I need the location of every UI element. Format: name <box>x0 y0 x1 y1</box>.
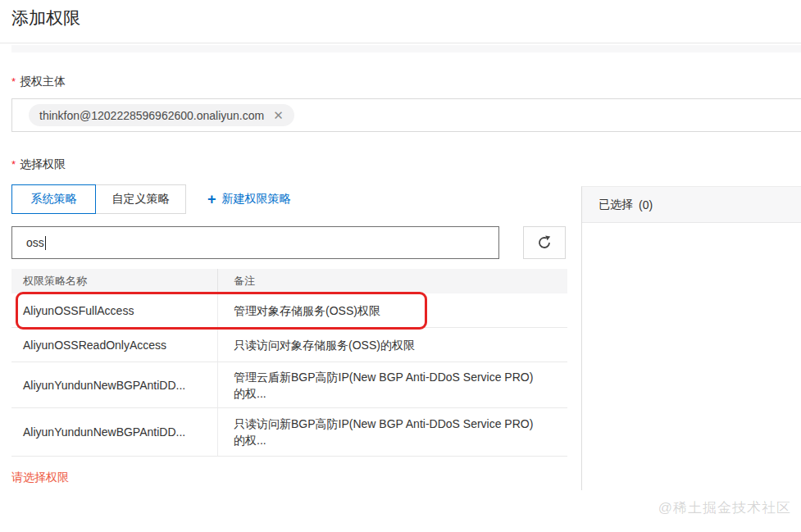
tab-custom-policy[interactable]: 自定义策略 <box>96 184 186 214</box>
subject-tag: thinkfon@1202228596962600.onaliyun.com ✕ <box>29 104 294 126</box>
page-title: 添加权限 <box>11 7 80 30</box>
select-permission-label: *选择权限 <box>11 157 66 172</box>
refresh-button[interactable] <box>523 226 566 259</box>
selected-panel-header: 已选择 (0) <box>582 187 801 223</box>
table-row[interactable]: AliyunOSSFullAccess 管理对象存储服务(OSS)权限 <box>11 293 567 328</box>
header-divider <box>0 43 801 43</box>
policy-remark: 只读访问新BGP高防IP(New BGP Anti-DDoS Service P… <box>217 408 567 456</box>
selected-count: (0) <box>639 198 653 211</box>
policy-name: AliyunYundunNewBGPAntiDD... <box>11 379 217 392</box>
remove-subject-icon[interactable]: ✕ <box>273 109 284 121</box>
required-asterisk: * <box>11 158 16 171</box>
authorization-subject-label: *授权主体 <box>11 75 66 89</box>
policy-name: AliyunYundunNewBGPAntiDD... <box>11 425 217 439</box>
policy-table: 权限策略名称 备注 AliyunOSSFullAccess 管理对象存储服务(O… <box>11 269 567 457</box>
tab-system-policy[interactable]: 系统策略 <box>11 184 96 214</box>
add-permission-page: 添加权限 *授权主体 thinkfon@1202228596962600.ona… <box>0 0 801 532</box>
table-row[interactable]: AliyunOSSReadOnlyAccess 只读访问对象存储服务(OSS)的… <box>11 328 567 362</box>
table-row[interactable]: AliyunYundunNewBGPAntiDD... 只读访问新BGP高防IP… <box>11 408 567 457</box>
selected-policies-panel: 已选择 (0) <box>581 186 801 490</box>
column-header-policy-name: 权限策略名称 <box>11 274 217 289</box>
create-policy-link[interactable]: + 新建权限策略 <box>207 184 291 214</box>
selected-panel-title: 已选择 <box>598 198 633 212</box>
policy-name: AliyunOSSReadOnlyAccess <box>11 339 217 352</box>
refresh-icon <box>537 235 552 250</box>
create-policy-label: 新建权限策略 <box>222 192 291 207</box>
watermark: @稀土掘金技术社区 <box>658 498 791 517</box>
policy-type-tabs: 系统策略 自定义策略 <box>11 184 186 214</box>
authorization-subject-input[interactable]: thinkfon@1202228596962600.onaliyun.com ✕ <box>11 98 801 132</box>
search-input[interactable]: oss <box>11 226 499 259</box>
text-cursor <box>45 236 47 250</box>
content-top-strip <box>11 45 801 52</box>
policy-name: AliyunOSSFullAccess <box>11 304 217 317</box>
policy-remark: 管理云盾新BGP高防IP(New BGP Anti-DDoS Service P… <box>217 362 567 407</box>
policy-remark: 管理对象存储服务(OSS)权限 <box>217 293 567 327</box>
table-header: 权限策略名称 备注 <box>11 269 567 293</box>
policy-remark: 只读访问对象存储服务(OSS)的权限 <box>217 328 567 361</box>
plus-icon: + <box>207 192 216 207</box>
required-asterisk: * <box>11 75 16 88</box>
subject-tag-label: thinkfon@1202228596962600.onaliyun.com <box>39 109 264 122</box>
search-input-value: oss <box>26 236 44 249</box>
validation-error-text: 请选择权限 <box>11 471 69 485</box>
column-header-remark: 备注 <box>217 269 567 293</box>
table-row[interactable]: AliyunYundunNewBGPAntiDD... 管理云盾新BGP高防IP… <box>11 362 567 408</box>
